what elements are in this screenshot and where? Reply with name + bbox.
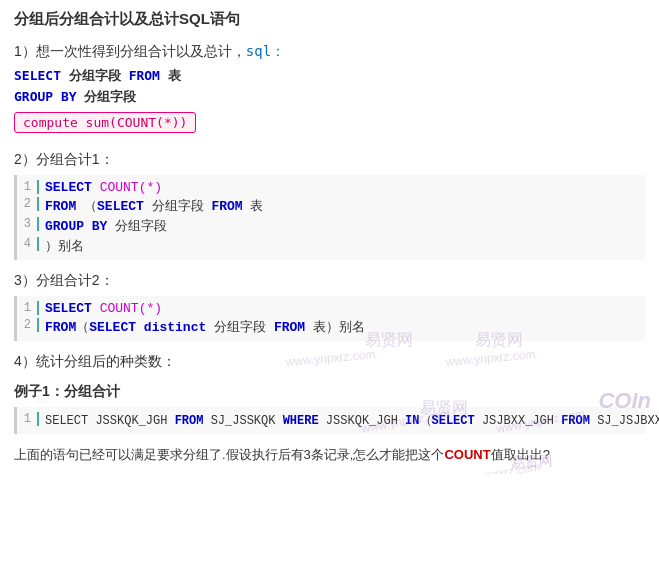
code-line: 3 GROUP BY 分组字段 <box>17 216 645 236</box>
code-block-2: 1 SELECT COUNT(*) 2 FROM （SELECT 分组字段 FR… <box>14 175 645 260</box>
section-4: 4）统计分组后的种类数： <box>14 353 645 371</box>
code-block-3: 1 SELECT COUNT(*) 2 FROM（SELECT distinct… <box>14 296 645 341</box>
code-line: 1 SELECT JSSKQK_JGH FROM SJ_JSSKQK WHERE… <box>17 411 645 430</box>
page-container: 易贤网 www.ynpxrz.com 易贤网 www.ynpxrz.com 易贤… <box>0 0 659 474</box>
sql-groupby-line: GROUP BY 分组字段 <box>14 88 645 106</box>
section-4-label: 4）统计分组后的种类数： <box>14 353 645 371</box>
example-title: 例子1：分组合计 <box>14 383 645 401</box>
section-2: 2）分组合计1： 1 SELECT COUNT(*) 2 FROM （SELEC… <box>14 151 645 260</box>
bottom-text: 上面的语句已经可以满足要求分组了.假设执行后有3条记录,怎么才能把这个COUNT… <box>14 446 645 464</box>
code-line: 4 ）别名 <box>17 236 645 256</box>
section-2-label: 2）分组合计1： <box>14 151 645 169</box>
page-title: 分组后分组合计以及总计SQL语句 <box>14 10 645 29</box>
example-section: 例子1：分组合计 1 SELECT JSSKQK_JGH FROM SJ_JSS… <box>14 383 645 434</box>
highlight-count: COUNT <box>444 447 490 462</box>
compute-box: compute sum(COUNT(*)) <box>14 112 196 133</box>
section-1-sql-inline: sql： <box>246 43 285 59</box>
sql-select-line: SELECT 分组字段 FROM 表 <box>14 67 645 85</box>
section-3: 3）分组合计2： 1 SELECT COUNT(*) 2 FROM（SELECT… <box>14 272 645 341</box>
code-line: 2 FROM （SELECT 分组字段 FROM 表 <box>17 196 645 216</box>
code-block-example: 1 SELECT JSSKQK_JGH FROM SJ_JSSKQK WHERE… <box>14 407 645 434</box>
section-1: 1）想一次性得到分组合计以及总计，sql： SELECT 分组字段 FROM 表… <box>14 43 645 139</box>
code-line: 1 SELECT COUNT(*) <box>17 179 645 196</box>
code-line: 1 SELECT COUNT(*) <box>17 300 645 317</box>
section-1-label: 1）想一次性得到分组合计以及总计，sql： <box>14 43 645 61</box>
section-3-label: 3）分组合计2： <box>14 272 645 290</box>
code-line: 2 FROM（SELECT distinct 分组字段 FROM 表）别名 <box>17 317 645 337</box>
